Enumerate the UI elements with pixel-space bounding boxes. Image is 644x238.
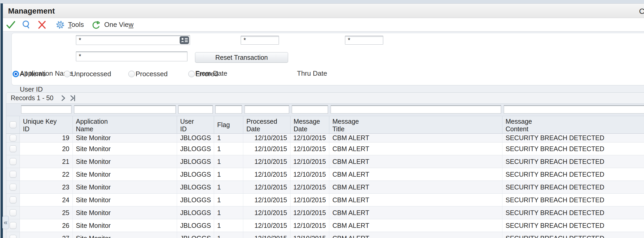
cell-message-content: SECURITY BREACH DETECTED [502, 168, 644, 181]
cell-message-date: 12/10/2015 [290, 206, 329, 219]
cell-flag: 1 [214, 168, 243, 181]
address-book-icon[interactable] [180, 36, 189, 44]
column-header-application-name[interactable]: Application Name [73, 116, 177, 133]
column-header-processed-date[interactable]: Processed Date [243, 116, 290, 133]
row-checkbox[interactable] [10, 135, 16, 141]
column-header-user-id[interactable]: User ID [177, 116, 214, 133]
title-bar: Management [3, 4, 644, 18]
last-page-button[interactable] [70, 95, 76, 102]
cell-message-date: 12/10/2015 [290, 194, 329, 206]
cell-processed-date: 12/10/2015 [243, 232, 290, 238]
table-row[interactable]: 25 Site Monitor JBLOGGS 1 12/10/2015 12/… [6, 206, 644, 219]
column-header-message-title[interactable]: Message Title [329, 116, 502, 133]
row-checkbox[interactable] [10, 235, 16, 238]
table-row[interactable]: 21 Site Monitor JBLOGGS 1 12/10/2015 12/… [6, 155, 644, 168]
cell-message-content: SECURITY BREACH DETECTED [502, 134, 644, 142]
qbe-input-flag[interactable] [215, 105, 242, 114]
cell-processed-date: 12/10/2015 [243, 194, 290, 206]
table-row[interactable]: 27 Site Monitor JBLOGGS 1 12/10/2015 12/… [6, 232, 644, 238]
cell-message-title: CBM ALERT [329, 181, 502, 193]
column-header-message-content[interactable]: Message Content [502, 116, 644, 133]
cell-application-name: Site Monitor [73, 142, 177, 155]
qbe-input-message-date[interactable] [292, 105, 328, 114]
collapse-chevrons-icon: « [4, 218, 7, 227]
row-checkbox[interactable] [10, 145, 16, 152]
row-checkbox[interactable] [10, 184, 16, 191]
thru-date-field[interactable] [345, 36, 383, 45]
row-checkbox[interactable] [10, 209, 16, 216]
table-row[interactable]: 19 Site Monitor JBLOGGS 1 12/10/2015 12/… [6, 134, 644, 142]
tools-button[interactable]: Tools [56, 20, 84, 29]
cell-user-id: JBLOGGS [177, 142, 214, 155]
application-name-field[interactable] [76, 35, 190, 45]
cell-unique-key-id: 27 [20, 232, 73, 238]
table-row[interactable]: 23 Site Monitor JBLOGGS 1 12/10/2015 12/… [6, 181, 644, 193]
qbe-input-user-id[interactable] [178, 105, 213, 114]
from-date-field[interactable] [241, 36, 279, 45]
qbe-input-unique-key-id[interactable] [21, 105, 71, 114]
cell-flag: 1 [214, 232, 243, 238]
radio-option[interactable]: Unprocessed [64, 70, 111, 78]
corner-partial-glyph: C [639, 7, 644, 16]
column-header-flag[interactable]: Flag [214, 116, 243, 133]
reset-transaction-button[interactable]: Reset Transaction [195, 52, 288, 63]
sidebar-collapse-handle[interactable]: « [2, 216, 9, 229]
radio-option[interactable]: Processed [128, 70, 168, 78]
cell-application-name: Site Monitor [73, 181, 177, 193]
find-button[interactable] [22, 20, 31, 29]
table-row[interactable]: 24 Site Monitor JBLOGGS 1 12/10/2015 12/… [6, 193, 644, 206]
cell-flag: 1 [214, 155, 243, 168]
radio-icon [188, 71, 195, 77]
cell-processed-date: 12/10/2015 [243, 155, 290, 168]
row-checkbox[interactable] [10, 171, 16, 178]
confirm-button[interactable] [6, 20, 16, 29]
next-page-button[interactable] [60, 95, 66, 102]
one-view-button[interactable]: One View [92, 20, 133, 29]
qbe-input-processed-date[interactable] [245, 105, 289, 114]
table-row[interactable]: 20 Site Monitor JBLOGGS 1 12/10/2015 12/… [6, 142, 644, 155]
select-all-checkbox[interactable] [10, 121, 16, 128]
radio-icon [13, 71, 19, 77]
radio-option[interactable]: Errored [188, 70, 218, 78]
window-top-strip [0, 0, 644, 4]
qbe-input-application-name[interactable] [74, 105, 176, 114]
cell-user-id: JBLOGGS [177, 232, 214, 238]
cell-application-name: Site Monitor [73, 232, 177, 238]
cell-message-title: CBM ALERT [329, 155, 502, 168]
status-filter-radios: All Items Unprocessed Processed Errored [12, 70, 644, 78]
gear-icon [56, 20, 65, 29]
row-checkbox-cell [6, 134, 20, 142]
table-row[interactable]: 26 Site Monitor JBLOGGS 1 12/10/2015 12/… [6, 219, 644, 232]
user-id-field[interactable] [76, 51, 187, 61]
close-button[interactable] [37, 20, 47, 29]
cell-message-date: 12/10/2015 [290, 232, 329, 238]
cell-message-date: 12/10/2015 [290, 155, 329, 168]
cell-application-name: Site Monitor [73, 168, 177, 181]
cell-message-content: SECURITY BREACH DETECTED [502, 181, 644, 193]
cell-flag: 1 [214, 206, 243, 219]
cell-message-title: CBM ALERT [329, 232, 502, 238]
tools-label: Tools [68, 21, 84, 29]
cell-unique-key-id: 25 [20, 206, 73, 219]
column-header-message-date[interactable]: Message Date [290, 116, 329, 133]
cell-message-content: SECURITY BREACH DETECTED [502, 194, 644, 206]
check-icon [6, 20, 16, 29]
cell-message-date: 12/10/2015 [290, 181, 329, 193]
row-checkbox[interactable] [10, 158, 16, 165]
cell-message-date: 12/10/2015 [290, 134, 329, 142]
cell-application-name: Site Monitor [73, 134, 177, 142]
qbe-input-message-content[interactable] [504, 105, 644, 114]
cell-flag: 1 [214, 194, 243, 206]
table-row[interactable]: 22 Site Monitor JBLOGGS 1 12/10/2015 12/… [6, 168, 644, 181]
cell-message-content: SECURITY BREACH DETECTED [502, 232, 644, 238]
row-checkbox[interactable] [10, 222, 16, 229]
radio-option[interactable]: All Items [13, 70, 46, 78]
cell-unique-key-id: 23 [20, 181, 73, 193]
qbe-checkbox-spacer [6, 104, 20, 116]
cell-message-content: SECURITY BREACH DETECTED [502, 155, 644, 168]
cell-flag: 1 [214, 134, 243, 142]
qbe-input-message-title[interactable] [331, 105, 501, 114]
pie-chart-icon [92, 20, 101, 29]
row-checkbox[interactable] [10, 197, 16, 203]
column-header-unique-key-id[interactable]: Unique Key ID [20, 116, 73, 133]
